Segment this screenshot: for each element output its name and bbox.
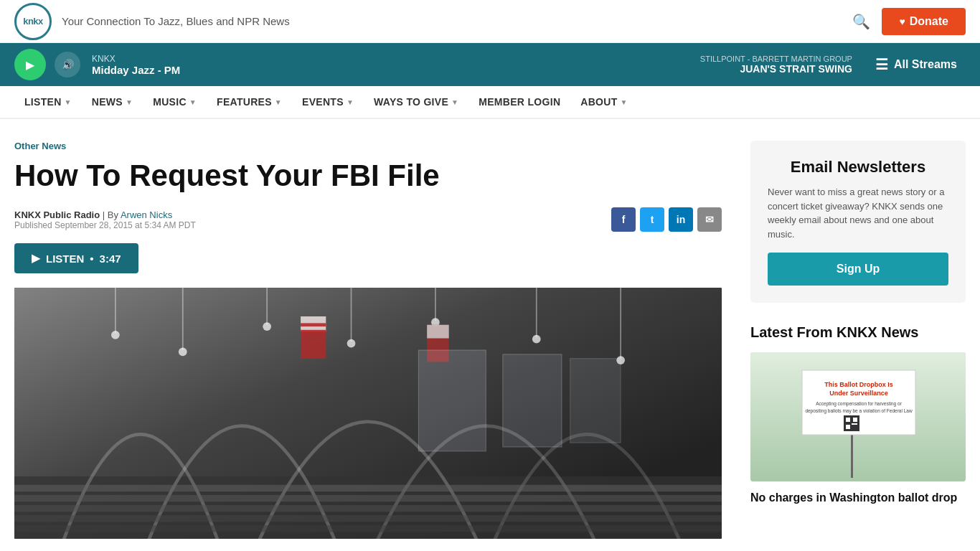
svg-text:Under Surveillance: Under Surveillance [829,390,888,397]
svg-rect-40 [846,418,850,422]
author-block: KNKX Public Radio | By Arwen Nicks Publi… [14,209,196,230]
nav-label-news: NEWS [92,96,123,108]
listen-duration: 3:47 [100,253,121,265]
header-right: 🔍 Donate [852,8,966,35]
svg-point-8 [263,323,271,331]
article-section: Other News How To Request Your FBI File … [14,141,722,539]
listen-button[interactable]: ▶ LISTEN • 3:47 [14,243,138,273]
article-title: How To Request Your FBI File [14,159,722,193]
svg-text:Accepting compensation for har: Accepting compensation for harvesting or [816,401,902,407]
author-name-link[interactable]: Arwen Nicks [121,209,172,220]
svg-rect-43 [852,423,857,425]
twitter-share-button[interactable]: t [640,207,664,232]
author-separator: | [103,209,108,220]
now-playing-label: STILLPOINT - BARRETT MARTIN GROUP [700,55,852,63]
svg-rect-28 [14,505,722,512]
latest-news-title: Latest From KNKX News [750,324,966,341]
svg-rect-23 [418,350,486,451]
facebook-icon: f [622,214,626,225]
chevron-down-icon: ▼ [275,98,282,106]
nav-label-music: MUSIC [153,96,187,108]
volume-button[interactable]: 🔊 [55,52,80,77]
svg-rect-22 [427,325,449,339]
player-right: STILLPOINT - BARRETT MARTIN GROUP JUAN'S… [700,50,966,79]
nav-item-ways-to-give[interactable]: WAYS TO GIVE ▼ [364,86,468,118]
nav-label-listen: LISTEN [24,96,62,108]
listen-label: LISTEN [46,253,84,265]
nav-item-about[interactable]: ABOUT ▼ [570,86,637,118]
svg-point-10 [347,339,356,348]
nav-item-news[interactable]: NEWS ▼ [82,86,143,118]
email-icon: ✉ [705,214,714,225]
chevron-down-icon: ▼ [65,98,72,106]
author-by: By [108,209,118,220]
newsletter-description: Never want to miss a great news story or… [768,185,948,241]
streams-icon: ☰ [875,56,888,73]
chevron-down-icon: ▼ [189,98,197,106]
facebook-share-button[interactable]: f [611,207,636,232]
search-button[interactable]: 🔍 [852,13,870,30]
nav-item-listen[interactable]: LISTEN ▼ [14,86,82,118]
svg-rect-26 [14,485,722,491]
svg-rect-29 [14,515,722,522]
latest-news-section: Latest From KNKX News This Ballot Dropbo… [750,324,966,506]
program-name: Midday Jazz - PM [92,64,180,76]
sidebar: Email Newsletters Never want to miss a g… [750,141,966,539]
station-info: KNKX Midday Jazz - PM [92,54,180,76]
station-name: KNKX [92,54,180,64]
chevron-down-icon: ▼ [347,98,354,106]
play-triangle-icon: ▶ [32,252,40,265]
svg-rect-20 [301,330,326,334]
donate-button[interactable]: Donate [882,8,966,35]
chevron-down-icon: ▼ [451,98,458,106]
latest-news-item-title[interactable]: No charges in Washington ballot drop [750,490,966,506]
social-icons: f t in ✉ [611,207,722,232]
linkedin-icon: in [677,214,685,225]
svg-rect-30 [14,525,722,532]
svg-rect-27 [14,495,722,501]
news-thumbnail[interactable]: This Ballot Dropbox Is Under Surveillanc… [750,352,966,481]
nav-label-ways-to-give: WAYS TO GIVE [374,96,448,108]
chevron-down-icon: ▼ [126,98,133,106]
svg-point-6 [179,348,187,357]
svg-point-14 [532,335,541,344]
svg-rect-19 [301,324,326,327]
svg-text:depositing ballots may be a vi: depositing ballots may be a violation of… [805,408,913,414]
logo[interactable]: knkx [14,3,52,40]
signup-label: Sign Up [837,263,880,275]
nav-item-features[interactable]: FEATURES ▼ [207,86,292,118]
article-image-inner [14,288,722,539]
linkedin-share-button[interactable]: in [669,207,693,232]
author-info: KNKX Public Radio | By Arwen Nicks [14,209,196,220]
all-streams-label: All Streams [894,58,957,71]
listen-separator: • [90,253,93,265]
svg-rect-41 [853,418,857,422]
play-button[interactable]: ▶ [14,49,46,80]
top-header: knkx Your Connection To Jazz, Blues and … [0,0,980,43]
article-image [14,288,722,539]
tagline: Your Connection To Jazz, Blues and NPR N… [62,15,290,27]
main-nav: LISTEN ▼ NEWS ▼ MUSIC ▼ FEATURES ▼ EVENT… [0,86,980,119]
nav-label-member-login: MEMBER LOGIN [479,96,560,108]
newsletter-box: Email Newsletters Never want to miss a g… [750,141,966,303]
now-playing-title: JUAN'S STRAIT SWING [700,63,852,75]
svg-point-4 [111,331,120,339]
nav-item-member-login[interactable]: MEMBER LOGIN [468,86,570,118]
now-playing-info: STILLPOINT - BARRETT MARTIN GROUP JUAN'S… [700,55,852,75]
email-share-button[interactable]: ✉ [697,207,722,232]
all-streams-button[interactable]: ☰ All Streams [867,50,966,79]
signup-button[interactable]: Sign Up [768,253,948,286]
player-bar: ▶ 🔊 KNKX Midday Jazz - PM STILLPOINT - B… [0,43,980,86]
logo-text: knkx [23,16,43,27]
nav-item-events[interactable]: EVENTS ▼ [292,86,364,118]
article-meta: KNKX Public Radio | By Arwen Nicks Publi… [14,207,722,232]
article-category[interactable]: Other News [14,141,722,151]
nav-label-features: FEATURES [217,96,272,108]
publish-date: Published September 28, 2015 at 5:34 AM … [14,220,196,230]
newsletter-title: Email Newsletters [768,158,948,176]
nav-label-events: EVENTS [302,96,344,108]
nav-item-music[interactable]: MUSIC ▼ [143,86,207,118]
twitter-icon: t [651,214,654,225]
logo-area: knkx Your Connection To Jazz, Blues and … [14,3,290,40]
nav-label-about: ABOUT [580,96,617,108]
